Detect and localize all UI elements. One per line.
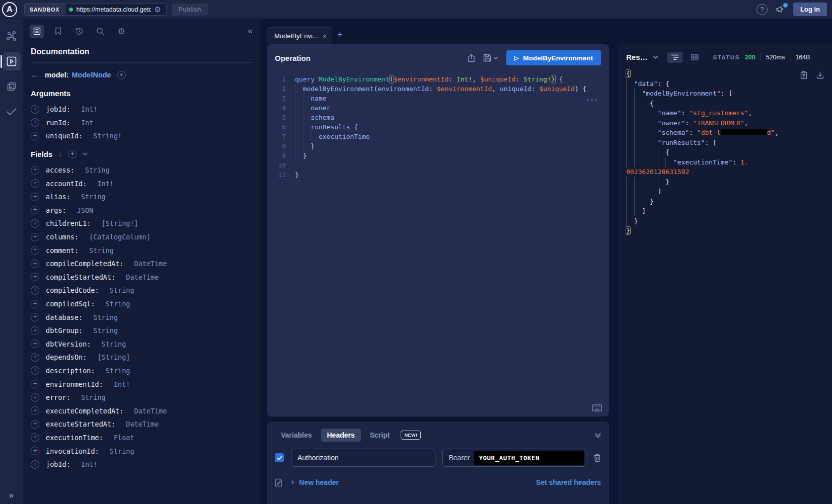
documentation-tab-icon[interactable] [30, 25, 44, 38]
add-to-query-icon[interactable]: + [31, 313, 39, 321]
add-to-query-icon[interactable]: + [31, 132, 39, 140]
field-row[interactable]: +compileCompletedAt: DateTime [31, 257, 252, 271]
add-to-query-icon[interactable]: + [31, 353, 39, 362]
add-to-query-icon[interactable]: + [31, 420, 39, 429]
endpoint-url-text[interactable]: https://metadata.cloud.getd [77, 6, 151, 13]
field-row[interactable]: +error: String [31, 391, 252, 404]
header-value-input[interactable]: Bearer YOUR_AUTH_TOKEN [442, 449, 587, 467]
field-type-link[interactable]: DateTime [134, 260, 167, 268]
field-type-link[interactable]: Int! [114, 380, 130, 388]
field-row[interactable]: +comment: String [31, 243, 252, 257]
field-row[interactable]: +alias: String [31, 190, 252, 204]
publish-button[interactable]: Publish [172, 4, 208, 16]
add-to-query-icon[interactable]: + [31, 340, 39, 348]
query-editor[interactable]: 1query ModelByEnvironment($environmentId… [267, 69, 609, 416]
rail-explorer-icon[interactable] [3, 52, 21, 70]
add-to-query-icon[interactable]: + [31, 447, 39, 455]
field-row[interactable]: +description: String [31, 364, 252, 378]
field-row[interactable]: +executeStartedAt: DateTime [31, 417, 252, 431]
field-row[interactable]: +dbtVersion: String [31, 338, 252, 351]
argument-row[interactable]: +uniqueId: String! [31, 129, 252, 143]
header-key-input[interactable] [291, 449, 435, 467]
tab-script[interactable]: Script [364, 429, 396, 442]
field-row[interactable]: +compileStartedAt: DateTime [31, 271, 252, 284]
add-to-query-icon[interactable]: + [31, 380, 39, 388]
run-operation-button[interactable]: ▷ ModelByEnvironment [506, 50, 601, 65]
field-row[interactable]: +dbtGroup: String [31, 324, 252, 338]
field-type-link[interactable]: DateTime [134, 407, 167, 415]
argument-row[interactable]: +jobId: Int! [31, 103, 252, 116]
add-to-query-icon[interactable]: + [31, 366, 39, 375]
field-row[interactable]: +jobId: Int! [31, 458, 252, 471]
field-row[interactable]: +dependsOn: [String] [31, 351, 252, 364]
add-to-query-icon[interactable]: + [31, 326, 39, 335]
field-type-link[interactable]: JSON [77, 206, 94, 214]
add-to-query-icon[interactable]: + [31, 179, 39, 188]
add-to-query-icon[interactable]: + [31, 118, 39, 127]
field-type-link[interactable]: String [106, 300, 130, 308]
field-type-link[interactable]: [String!] [102, 219, 138, 227]
tab-modelbyenvironment[interactable]: ModelByEnvi… × [267, 27, 332, 44]
header-enabled-checkbox[interactable] [275, 453, 284, 462]
add-to-query-icon[interactable]: + [31, 286, 39, 295]
add-model-icon[interactable]: + [117, 71, 126, 79]
field-type-link[interactable]: String [89, 246, 114, 255]
add-to-query-icon[interactable]: + [31, 193, 39, 201]
add-to-query-icon[interactable]: + [31, 300, 39, 308]
field-type-link[interactable]: [CatalogColumn] [89, 233, 150, 241]
login-button[interactable]: Log in [793, 3, 827, 16]
collapse-doc-panel-icon[interactable]: « [248, 26, 253, 36]
add-to-query-icon[interactable]: + [31, 105, 39, 114]
field-row[interactable]: +compiledCode: String [31, 284, 252, 297]
edit-raw-headers-icon[interactable] [275, 478, 282, 487]
operation-menu-kebab-icon[interactable]: ••• [586, 96, 599, 105]
formatted-view-icon[interactable] [667, 52, 683, 63]
delete-header-trash-icon[interactable] [593, 454, 601, 462]
field-type-link[interactable]: String [93, 313, 118, 321]
add-to-query-icon[interactable]: + [31, 460, 39, 469]
endpoint-url-field[interactable]: https://metadata.cloud.getd ⚙ [65, 4, 166, 15]
rail-checks-icon[interactable] [3, 103, 21, 121]
help-icon[interactable]: ? [757, 4, 768, 15]
field-row[interactable]: +childrenL1: [String!] [31, 217, 252, 230]
add-to-query-icon[interactable]: + [31, 206, 39, 214]
add-to-query-icon[interactable]: + [31, 433, 39, 442]
add-to-query-icon[interactable]: + [31, 406, 39, 415]
field-row[interactable]: +executeCompletedAt: DateTime [31, 404, 252, 417]
add-to-query-icon[interactable]: + [31, 260, 39, 268]
new-header-button[interactable]: + New header [290, 478, 339, 487]
field-type-link[interactable]: String [110, 447, 134, 455]
set-shared-headers-button[interactable]: Set shared headers [536, 478, 601, 486]
field-type-link[interactable]: Int! [81, 105, 98, 113]
field-type-link[interactable]: String [81, 193, 106, 201]
field-type-link[interactable]: String [93, 326, 118, 334]
field-row[interactable]: +columns: [CatalogColumn] [31, 230, 252, 244]
model-type-link[interactable]: ModelNode [72, 71, 111, 79]
field-type-link[interactable]: DateTime [126, 273, 159, 281]
add-to-query-icon[interactable]: + [31, 219, 39, 228]
response-chevron-down-icon[interactable] [653, 55, 658, 59]
field-row[interactable]: +database: String [31, 310, 252, 324]
field-type-link[interactable]: String [106, 367, 130, 375]
field-row[interactable]: +args: JSON [31, 204, 252, 217]
add-all-fields-icon[interactable]: + [68, 150, 77, 158]
add-to-query-icon[interactable]: + [31, 246, 39, 255]
apollo-logo-icon[interactable]: A [2, 2, 17, 17]
bookmarks-icon[interactable] [51, 25, 65, 38]
auth-token-value[interactable]: YOUR_AUTH_TOKEN [474, 451, 584, 465]
copy-response-icon[interactable] [800, 71, 807, 79]
field-type-link[interactable]: String [110, 286, 134, 294]
add-to-query-icon[interactable]: + [31, 166, 39, 175]
field-row[interactable]: +compiledSql: String [31, 297, 252, 311]
sort-fields-icon[interactable]: ↓ [58, 150, 62, 158]
expand-rail-icon[interactable]: » [0, 491, 23, 500]
keyboard-shortcuts-icon[interactable] [592, 404, 602, 411]
back-arrow-icon[interactable]: ← [31, 70, 39, 79]
add-to-query-icon[interactable]: + [31, 393, 39, 402]
field-row[interactable]: +invocationId: String [31, 444, 252, 458]
field-type-link[interactable]: [String] [97, 353, 130, 361]
announcements-megaphone-icon[interactable] [776, 5, 785, 14]
field-row[interactable]: +access: String [31, 163, 252, 177]
field-type-link[interactable]: Int! [81, 460, 98, 468]
field-type-link[interactable]: String [81, 393, 106, 401]
